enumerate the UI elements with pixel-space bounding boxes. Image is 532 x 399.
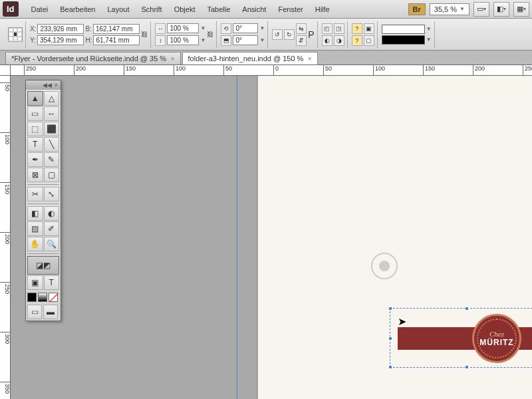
menu-objekt[interactable]: Objekt [168, 5, 201, 13]
reference-point[interactable] [8, 27, 23, 42]
fit-frame-icon[interactable]: ▢ [364, 35, 374, 46]
rotate-ccw-icon[interactable]: ↺ [272, 29, 283, 40]
ruler-origin[interactable] [0, 65, 11, 76]
type-tool[interactable]: T [27, 137, 43, 152]
x-input[interactable] [37, 24, 84, 34]
height-input[interactable] [93, 35, 140, 45]
help-fill-icon[interactable]: ? [352, 23, 362, 34]
menu-ansicht[interactable]: Ansicht [236, 5, 272, 13]
gap-tool[interactable]: ↔ [44, 106, 60, 121]
menu-fenster[interactable]: Fenster [272, 5, 309, 13]
content-collector-tool[interactable]: ⬚ [27, 122, 43, 136]
swatch-none[interactable] [49, 293, 58, 302]
app-logo: Id [3, 1, 19, 17]
menu-datei[interactable]: Datei [25, 5, 55, 13]
menu-layout[interactable]: Layout [101, 5, 135, 13]
rectangle-frame-tool[interactable]: ⊠ [27, 168, 43, 182]
ruler-vertical[interactable]: 50100150200250300350 [0, 76, 11, 399]
help-stroke-icon[interactable]: ? [352, 35, 362, 46]
document-page[interactable]: Chez MÜRITZ ➤ [258, 76, 532, 399]
gradient-swatch-tool[interactable]: ◧ [27, 206, 43, 221]
constrain-scale-icon[interactable]: ⛓ [207, 31, 213, 38]
shear-input[interactable] [233, 35, 258, 45]
view-options-icon[interactable]: ▭▾ [473, 2, 489, 17]
eyedropper-tool[interactable]: ✐ [44, 221, 60, 236]
menu-bar: Id Datei Bearbeiten Layout Schrift Objek… [0, 0, 532, 19]
flip-h-icon[interactable]: ⇋ [296, 23, 307, 34]
menu-hilfe[interactable]: Hilfe [309, 5, 336, 13]
scale-x-icon: ↔ [155, 23, 166, 34]
p-icon: P [308, 29, 314, 40]
close-icon[interactable]: × [170, 55, 174, 63]
apply-color-tool[interactable]: ▣ [27, 275, 43, 290]
flip-v-icon[interactable]: ⇵ [296, 35, 307, 46]
document-tabs: *Flyer - Vorderseite und Rückseite.indd … [0, 51, 532, 65]
select-prev-icon[interactable]: ◐ [322, 35, 332, 46]
pen-tool[interactable]: ✒ [27, 152, 43, 167]
shear-icon: ⬒ [221, 35, 231, 46]
close-icon[interactable]: × [307, 55, 311, 63]
constrain-wh-icon[interactable]: ⛓ [141, 31, 148, 38]
toolbox-panel: ◀◀× ▲ △ ▭ ↔ ⬚ ⬛ T ╲ ✒ ✎ ⊠ ▢ ✂ ⤡ ◧ ◐ ▤ [25, 80, 61, 321]
y-input[interactable] [37, 35, 84, 45]
swatch-black[interactable] [27, 293, 37, 302]
selection-tool[interactable]: ▲ [27, 91, 43, 106]
menu-schrift[interactable]: Schrift [136, 5, 168, 13]
toolbox-header[interactable]: ◀◀× [26, 80, 61, 90]
selection-box[interactable] [390, 308, 532, 368]
loading-spinner-icon [371, 253, 398, 279]
tab-flyer[interactable]: *Flyer - Vorderseite und Rückseite.indd … [5, 52, 181, 65]
free-transform-tool[interactable]: ⤡ [44, 187, 60, 201]
menu-tabelle[interactable]: Tabelle [201, 5, 236, 13]
gradient-feather-tool[interactable]: ◐ [44, 206, 60, 221]
fill-stroke-toggle[interactable]: ◪◩ [27, 256, 59, 275]
scale-y-icon: ↕ [155, 35, 166, 46]
page-tool[interactable]: ▭ [27, 106, 43, 121]
rotate-cw-icon[interactable]: ↻ [284, 29, 295, 40]
fit-content-icon[interactable]: ▣ [364, 23, 374, 34]
normal-view-icon[interactable]: ▭ [27, 305, 42, 319]
select-content-icon[interactable]: ◳ [334, 23, 344, 34]
bridge-button[interactable]: Br [408, 3, 426, 15]
stroke-swatch[interactable] [382, 35, 425, 45]
scale-x-input[interactable] [167, 23, 199, 33]
control-bar: X: Y: B: H: ⛓ ↔▼ ↕▼ ⛓ ⟲▼ ⬒▼ ↺ ↻ ⇋ ⇵ P ◰◳ [0, 19, 532, 51]
tab-folder[interactable]: folder-a3-hinten_neu.indd @ 150 %× [182, 52, 318, 65]
rotate-icon: ⟲ [221, 23, 231, 34]
menu-bearbeiten[interactable]: Bearbeiten [54, 5, 101, 13]
canvas[interactable]: Chez MÜRITZ ➤ ◀◀× ▲ △ ▭ [11, 76, 532, 399]
note-tool[interactable]: ▤ [27, 221, 43, 236]
pencil-tool[interactable]: ✎ [44, 152, 60, 167]
hand-tool[interactable]: ✋ [27, 237, 43, 251]
preview-mode-icon[interactable]: ▬ [43, 305, 58, 319]
apply-text-tool[interactable]: T [44, 275, 60, 290]
fill-swatch[interactable] [382, 25, 425, 34]
rectangle-tool[interactable]: ▢ [44, 168, 60, 182]
scissors-tool[interactable]: ✂ [27, 187, 43, 201]
guide-vertical[interactable] [237, 76, 237, 399]
select-next-icon[interactable]: ◑ [334, 35, 344, 46]
swatch-gradient[interactable] [38, 293, 47, 302]
screen-mode-icon[interactable]: ◧▾ [493, 2, 509, 17]
zoom-tool[interactable]: 🔍 [44, 237, 60, 251]
scale-y-input[interactable] [167, 35, 199, 45]
line-tool[interactable]: ╲ [44, 137, 60, 152]
zoom-level-combo[interactable]: 35,5 %▼ [430, 3, 469, 15]
width-input[interactable] [93, 24, 140, 34]
direct-selection-tool[interactable]: △ [44, 91, 60, 106]
ruler-horizontal[interactable]: 25020015010050050100150200250 [11, 65, 532, 76]
select-container-icon[interactable]: ◰ [322, 23, 332, 34]
rotation-input[interactable] [233, 23, 258, 33]
content-placer-tool[interactable]: ⬛ [44, 122, 60, 136]
arrange-docs-icon[interactable]: ▦▾ [513, 2, 529, 17]
